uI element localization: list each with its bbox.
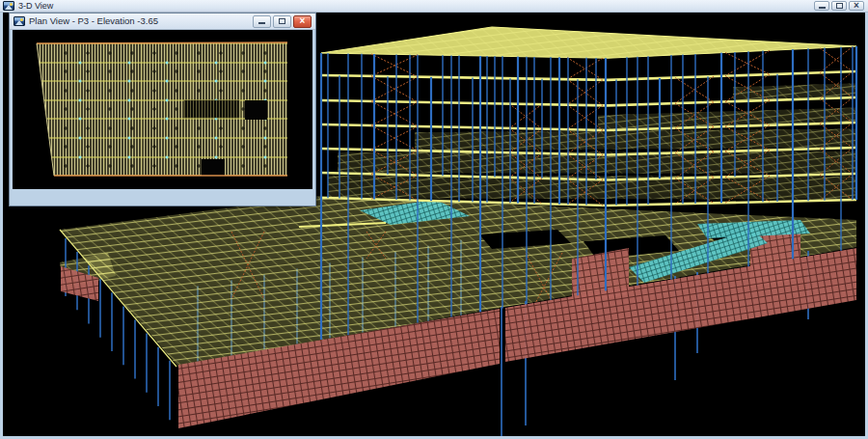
floor-plan-drawing [13, 30, 312, 189]
restore-button[interactable] [831, 1, 847, 11]
roof-slab [321, 27, 856, 58]
slab-edge-top [37, 42, 287, 43]
slab-opening [245, 100, 267, 120]
plan-root [32, 40, 292, 179]
plan-view-titlebar[interactable]: Plan View - P3 - Elevation -3.65 × [10, 14, 315, 30]
plan-view-title: Plan View - P3 - Elevation -3.65 [29, 16, 253, 26]
restore-icon [836, 3, 843, 9]
minimize-icon [258, 22, 265, 24]
slab-mesh-area [32, 40, 292, 179]
3d-view-titlebar[interactable]: 3-D View × [0, 0, 868, 13]
minimize-icon [819, 7, 826, 9]
slab-opening [202, 159, 225, 176]
plan-view-window: Plan View - P3 - Elevation -3.65 × [10, 14, 315, 206]
plan-view-canvas[interactable] [13, 30, 312, 189]
window-title: 3-D View [18, 2, 814, 11]
plan-close-button[interactable]: × [293, 15, 312, 28]
window-controls: × [814, 1, 864, 11]
3d-view-window: 3-D View × Plan View - P3 - Elevation -3… [0, 0, 868, 439]
minimize-button[interactable] [814, 1, 829, 11]
plan-restore-button[interactable] [273, 15, 291, 28]
close-button[interactable]: × [849, 1, 864, 11]
plan-view-icon [14, 16, 25, 26]
restore-icon [279, 18, 285, 24]
slab-opening-hatched [184, 100, 239, 118]
close-icon: × [300, 16, 306, 26]
close-icon: × [854, 1, 859, 11]
view-3d-icon [3, 1, 14, 11]
plan-minimize-button[interactable] [253, 15, 271, 28]
plan-window-controls: × [253, 15, 312, 28]
